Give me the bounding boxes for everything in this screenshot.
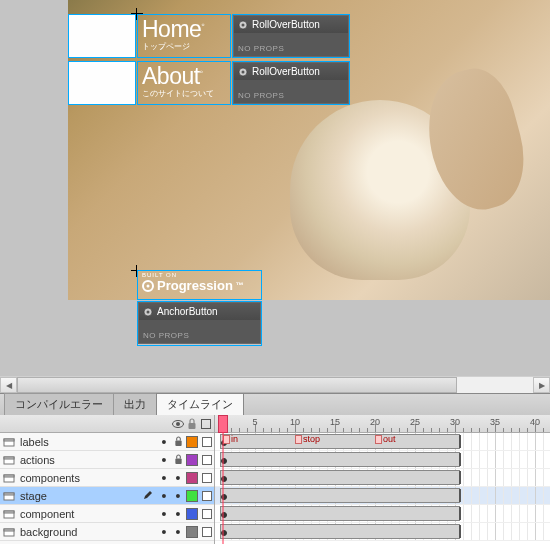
component-name: RollOverButton — [252, 66, 320, 77]
component-icon — [238, 20, 248, 30]
visibility-toggle[interactable]: • — [158, 507, 170, 521]
layer-color-swatch[interactable] — [186, 472, 198, 484]
layer-name: stage — [18, 490, 140, 502]
outline-toggle[interactable] — [202, 509, 212, 519]
layer-name: component — [18, 508, 140, 520]
selected-slot-empty-2[interactable] — [68, 61, 136, 105]
tab-compile-errors[interactable]: コンパイルエラー — [4, 393, 114, 415]
frame-label[interactable]: in — [223, 434, 238, 444]
layer-type-icon — [2, 435, 16, 449]
timeline-row-background[interactable] — [215, 523, 550, 541]
menu-about-title: About — [142, 63, 200, 89]
selected-about-button[interactable]: About◦ このサイトについて — [137, 61, 231, 105]
layers-header — [0, 415, 214, 433]
lock-toggle[interactable]: • — [172, 471, 184, 485]
layer-color-swatch[interactable] — [186, 454, 198, 466]
selected-slot-empty-1[interactable] — [68, 14, 136, 58]
playhead[interactable] — [218, 415, 228, 433]
progression-badge: BUILT ON Progression™ — [142, 272, 244, 293]
pencil-icon — [142, 489, 156, 503]
layer-type-icon — [2, 507, 16, 521]
layer-color-swatch[interactable] — [186, 490, 198, 502]
svg-rect-10 — [189, 423, 196, 429]
timeline-row-stage[interactable] — [215, 487, 550, 505]
timeline-layers-column: labels•actions•components••stage••compon… — [0, 415, 215, 544]
timeline-row-component[interactable] — [215, 505, 550, 523]
svg-rect-16 — [4, 457, 14, 459]
layer-row-background[interactable]: background•• — [0, 523, 214, 541]
layer-color-swatch[interactable] — [186, 436, 198, 448]
layer-type-icon — [2, 453, 16, 467]
lock-column-icon[interactable] — [186, 418, 198, 430]
panel-tabs: コンパイルエラー 出力 タイムライン — [0, 393, 550, 415]
timeline-row-actions[interactable] — [215, 451, 550, 469]
scroll-right-button[interactable]: ▶ — [533, 377, 550, 393]
ruler-number: 20 — [370, 417, 380, 427]
layer-row-labels[interactable]: labels• — [0, 433, 214, 451]
selected-anchor-component[interactable]: AnchorButton NO PROPS — [137, 301, 262, 346]
frame-span[interactable] — [220, 470, 460, 485]
visibility-toggle[interactable]: • — [158, 525, 170, 539]
outline-toggle[interactable] — [202, 437, 212, 447]
tab-timeline[interactable]: タイムライン — [156, 393, 244, 415]
lock-toggle[interactable]: • — [172, 489, 184, 503]
layer-row-stage[interactable]: stage•• — [0, 487, 214, 505]
layer-name: background — [18, 526, 140, 538]
no-props-label: NO PROPS — [238, 44, 284, 53]
outline-column-icon[interactable] — [200, 418, 212, 430]
tab-output[interactable]: 出力 — [113, 393, 157, 415]
frame-span[interactable] — [220, 524, 460, 539]
frame-span[interactable] — [220, 452, 460, 467]
component-icon — [143, 307, 153, 317]
ruler-number: 35 — [490, 417, 500, 427]
scroll-left-button[interactable]: ◀ — [0, 377, 17, 393]
layer-color-swatch[interactable] — [186, 508, 198, 520]
timeline-grid[interactable]: 1510152025303540 instopout — [215, 415, 550, 544]
outline-toggle[interactable] — [202, 491, 212, 501]
visibility-toggle[interactable]: • — [158, 453, 170, 467]
timeline-panel: labels•actions•components••stage••compon… — [0, 415, 550, 544]
lock-toggle[interactable] — [172, 435, 184, 449]
outline-toggle[interactable] — [202, 473, 212, 483]
outline-toggle[interactable] — [202, 455, 212, 465]
svg-point-1 — [242, 23, 245, 26]
visibility-column-icon[interactable] — [172, 418, 184, 430]
scroll-track[interactable] — [17, 377, 533, 393]
timeline-row-labels[interactable]: instopout — [215, 433, 550, 451]
component-icon — [238, 67, 248, 77]
visibility-toggle[interactable]: • — [158, 471, 170, 485]
no-props-label: NO PROPS — [143, 331, 189, 340]
progression-name: Progression — [157, 278, 233, 293]
svg-point-3 — [242, 70, 245, 73]
frame-span[interactable] — [220, 506, 460, 521]
visibility-toggle[interactable]: • — [158, 489, 170, 503]
lock-toggle[interactable]: • — [172, 525, 184, 539]
component-name: AnchorButton — [157, 306, 218, 317]
frame-label[interactable]: out — [375, 434, 396, 444]
selected-about-component[interactable]: RollOverButton NO PROPS — [232, 61, 350, 105]
frame-span[interactable] — [220, 488, 460, 503]
scroll-thumb[interactable] — [17, 377, 457, 393]
layer-color-swatch[interactable] — [186, 526, 198, 538]
svg-rect-25 — [4, 529, 14, 531]
outline-toggle[interactable] — [202, 527, 212, 537]
layer-name: actions — [18, 454, 140, 466]
ruler-number: 40 — [530, 417, 540, 427]
lock-toggle[interactable]: • — [172, 507, 184, 521]
layer-name: labels — [18, 436, 140, 448]
layer-row-components[interactable]: components•• — [0, 469, 214, 487]
ruler-number: 30 — [450, 417, 460, 427]
selected-home-component[interactable]: RollOverButton NO PROPS — [232, 14, 350, 58]
timeline-ruler[interactable]: 1510152025303540 — [215, 415, 550, 433]
frame-span[interactable] — [220, 434, 460, 449]
lock-toggle[interactable] — [172, 453, 184, 467]
timeline-row-components[interactable] — [215, 469, 550, 487]
svg-rect-23 — [4, 511, 14, 513]
layer-row-actions[interactable]: actions• — [0, 451, 214, 469]
horizontal-scrollbar[interactable]: ◀ ▶ — [0, 376, 550, 393]
visibility-toggle[interactable]: • — [158, 435, 170, 449]
layer-row-component[interactable]: component•• — [0, 505, 214, 523]
frame-label[interactable]: stop — [295, 434, 320, 444]
svg-rect-14 — [175, 440, 181, 445]
selected-home-button[interactable]: Home◦ トップページ — [137, 14, 231, 58]
